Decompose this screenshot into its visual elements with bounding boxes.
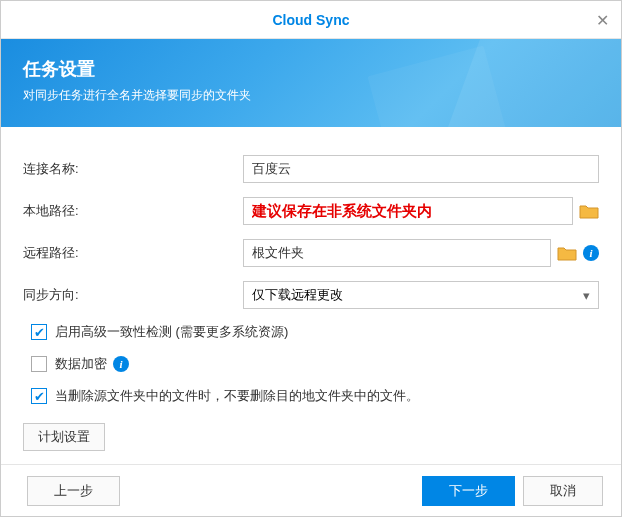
label-local-path: 本地路径: (23, 202, 243, 220)
folder-icon[interactable] (579, 203, 599, 219)
window-title: Cloud Sync (272, 12, 349, 28)
prev-button[interactable]: 上一步 (27, 476, 120, 506)
banner-heading: 任务设置 (23, 57, 599, 81)
label-encrypt: 数据加密 (55, 355, 107, 373)
cancel-button[interactable]: 取消 (523, 476, 603, 506)
connection-name-input[interactable] (243, 155, 599, 183)
footer: 上一步 下一步 取消 (1, 464, 621, 516)
label-delete-rule: 当删除源文件夹中的文件时，不要删除目的地文件夹中的文件。 (55, 387, 419, 405)
schedule-button[interactable]: 计划设置 (23, 423, 105, 451)
banner-desc: 对同步任务进行全名并选择要同步的文件夹 (23, 87, 599, 104)
info-icon[interactable]: i (583, 245, 599, 261)
sync-direction-value: 仅下载远程更改 (252, 286, 343, 304)
checkbox-delete-rule[interactable]: ✔ (31, 388, 47, 404)
checkmark-icon: ✔ (34, 326, 45, 339)
chevron-down-icon: ▾ (583, 288, 590, 303)
label-advanced: 启用高级一致性检测 (需要更多系统资源) (55, 323, 288, 341)
local-path-input[interactable] (243, 197, 573, 225)
row-connection: 连接名称: (23, 155, 599, 183)
label-remote-path: 远程路径: (23, 244, 243, 262)
option-delete-rule: ✔ 当删除源文件夹中的文件时，不要删除目的地文件夹中的文件。 (31, 387, 599, 405)
sync-direction-select[interactable]: 仅下载远程更改 ▾ (243, 281, 599, 309)
titlebar: Cloud Sync ✕ (1, 1, 621, 39)
checkbox-advanced[interactable]: ✔ (31, 324, 47, 340)
info-icon[interactable]: i (113, 356, 129, 372)
option-advanced-check: ✔ 启用高级一致性检测 (需要更多系统资源) (31, 323, 599, 341)
label-sync-direction: 同步方向: (23, 286, 243, 304)
checkbox-encrypt[interactable] (31, 356, 47, 372)
remote-path-input[interactable] (243, 239, 551, 267)
banner: 任务设置 对同步任务进行全名并选择要同步的文件夹 (1, 39, 621, 127)
row-local-path: 本地路径: (23, 197, 599, 225)
row-remote-path: 远程路径: i (23, 239, 599, 267)
option-encrypt: 数据加密 i (31, 355, 599, 373)
row-sync-direction: 同步方向: 仅下载远程更改 ▾ (23, 281, 599, 309)
checkmark-icon: ✔ (34, 390, 45, 403)
cloud-sync-window: Cloud Sync ✕ 任务设置 对同步任务进行全名并选择要同步的文件夹 连接… (0, 0, 622, 517)
content: 连接名称: 本地路径: 远程路径: i (1, 127, 621, 464)
close-icon[interactable]: ✕ (596, 10, 609, 29)
label-connection: 连接名称: (23, 160, 243, 178)
folder-icon[interactable] (557, 245, 577, 261)
next-button[interactable]: 下一步 (422, 476, 515, 506)
